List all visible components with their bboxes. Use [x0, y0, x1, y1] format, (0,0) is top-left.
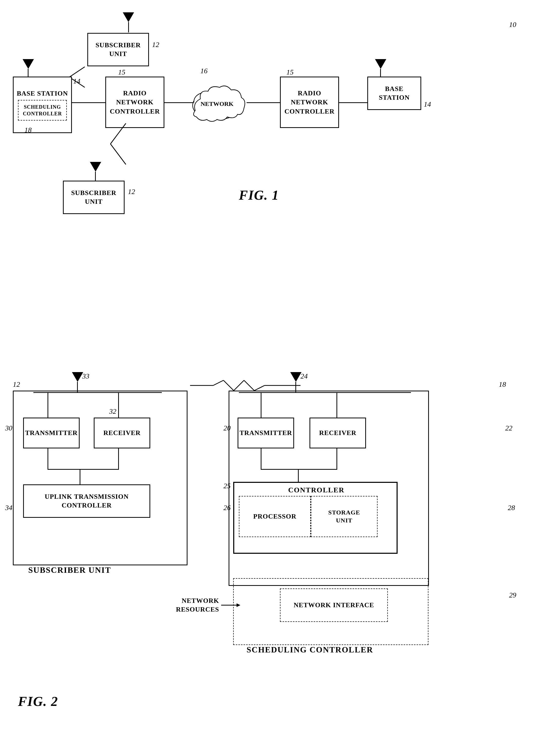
bs-down-to-ctrl [298, 469, 299, 482]
diagram-container: 10 SUBSCRIBER UNIT 12 BASE STATION [0, 0, 544, 756]
subscriber-unit-top: SUBSCRIBER UNIT [87, 33, 149, 66]
ref-34: 34 [5, 504, 12, 512]
subscriber-unit-caption: SUBSCRIBER UNIT [28, 565, 111, 575]
network-resources-arrow [221, 601, 242, 609]
ref-25: 25 [224, 482, 231, 490]
svg-line-20 [254, 385, 265, 391]
radio-link-fig2 [190, 379, 300, 392]
storage-unit-box: STORAGE UNIT [311, 496, 377, 537]
rnc1: RADIO NETWORK CONTROLLER [105, 77, 164, 128]
fig1-title: FIG. 1 [239, 188, 279, 203]
uplink-controller: UPLINK TRANSMISSION CONTROLLER [23, 484, 150, 518]
sub-tx-down [48, 448, 48, 469]
svg-line-0 [69, 67, 85, 77]
ref-15b: 15 [286, 68, 293, 76]
line-network-rnc2 [247, 102, 280, 103]
ref-32: 32 [109, 407, 116, 416]
bs-tx-down [261, 448, 262, 469]
fig2-title: FIG. 2 [18, 694, 58, 709]
ref-16: 16 [200, 67, 208, 75]
svg-line-12 [111, 144, 126, 164]
ref-18: 18 [24, 126, 32, 134]
sub-line-tx [48, 392, 48, 418]
bs-transmitter: TRANSMITTER [238, 418, 294, 448]
bs-top-line [239, 392, 411, 393]
ref-24: 24 [300, 372, 308, 380]
ref-14a: 14 [73, 77, 80, 85]
sub-down-to-uplink [80, 469, 80, 484]
line-rnc2-bs2 [339, 102, 367, 103]
subscriber-unit-bottom: SUBSCRIBER UNIT [63, 181, 125, 214]
network-resources-group: NETWORK RESOURCES [176, 597, 273, 613]
ref-12b: 12 [128, 188, 135, 196]
bs-rx-down [336, 448, 337, 469]
ref-15a: 15 [118, 68, 125, 76]
svg-text:NETWORK: NETWORK [201, 100, 234, 107]
sub-transmitter: TRANSMITTER [23, 418, 80, 448]
ref-18-fig2: 18 [499, 380, 506, 389]
radio-link-down [80, 121, 144, 167]
base-station-left: BASE STATION SCHEDULING CONTROLLER [13, 77, 72, 133]
bs-receiver: RECEIVER [309, 418, 366, 448]
fig1: 10 SUBSCRIBER UNIT 12 BASE STATION [8, 8, 537, 342]
ref-29: 29 [509, 591, 516, 599]
ref-22: 22 [505, 424, 512, 432]
bs-mid-line [261, 469, 337, 470]
svg-line-16 [213, 380, 224, 385]
subscriber-unit-outer-box [13, 391, 188, 565]
ref-12-fig2: 12 [13, 380, 20, 389]
sub-mid-line [48, 469, 119, 470]
sub-top-line [33, 392, 162, 393]
bs-line-rx [336, 392, 337, 418]
ref-10: 10 [509, 21, 516, 29]
bs-line-tx [261, 392, 262, 418]
ref-26: 26 [224, 504, 231, 512]
scheduling-controller-inner: SCHEDULING CONTROLLER [18, 100, 67, 121]
ref-30: 30 [5, 424, 12, 432]
processor-box: PROCESSOR [239, 496, 311, 537]
rnc2: RADIO NETWORK CONTROLLER [280, 77, 339, 128]
fig2: 12 30 34 33 32 TRANSMITTER RECEIVER [8, 365, 537, 748]
ref-12a: 12 [152, 41, 159, 49]
svg-line-17 [224, 380, 234, 391]
ref-28: 28 [508, 504, 515, 512]
svg-line-11 [111, 123, 126, 144]
base-station-right: BASE STATION [367, 77, 421, 110]
svg-line-18 [234, 380, 244, 391]
ref-33: 33 [82, 372, 89, 380]
scheduling-controller-caption: SCHEDULING CONTROLLER [247, 645, 373, 654]
network-cloud: NETWORK [188, 82, 247, 123]
svg-marker-14 [237, 603, 241, 607]
svg-line-19 [244, 380, 254, 391]
ref-14b: 14 [424, 100, 431, 108]
sub-rx-down [118, 448, 119, 469]
network-interface-box: NETWORK INTERFACE [280, 588, 388, 622]
sub-receiver: RECEIVER [94, 418, 150, 448]
sub-line-rx [118, 392, 119, 418]
line-bs-rnc1 [72, 102, 105, 103]
ref-20: 20 [224, 424, 231, 432]
